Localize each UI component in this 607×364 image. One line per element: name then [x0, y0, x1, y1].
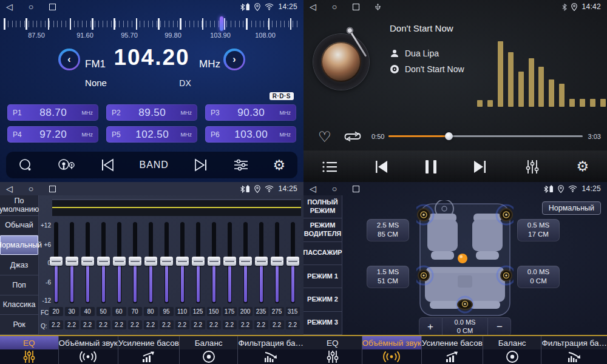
q-value[interactable]: 2.2	[270, 320, 284, 329]
progress-bar[interactable]	[388, 135, 583, 137]
mode-3[interactable]: РЕЖИМ 1	[304, 265, 342, 288]
radio-preset-P2[interactable]: P2 89.50 MHz	[106, 104, 197, 121]
q-value[interactable]: 2.2	[97, 320, 110, 329]
home-icon[interactable]: ○	[332, 184, 337, 194]
eq-preset-1[interactable]: Обычай	[0, 216, 38, 236]
scan-icon[interactable]	[18, 158, 33, 172]
slider-handle[interactable]	[144, 257, 157, 266]
eq-band-slider-3[interactable]	[96, 222, 110, 303]
progress-thumb[interactable]	[445, 132, 453, 140]
radio-preset-P5[interactable]: P5 102.50 MHz	[106, 126, 197, 143]
eq-band-slider-10[interactable]	[206, 222, 221, 303]
mode-5[interactable]: РЕЖИМ 3	[304, 312, 342, 335]
eq-band-slider-1[interactable]	[64, 222, 79, 303]
fc-value[interactable]: 235	[254, 307, 268, 316]
radio-preset-P3[interactable]: P3 90.30 MHz	[205, 104, 296, 121]
q-value[interactable]: 2.2	[286, 320, 300, 329]
eq-band-slider-5[interactable]	[127, 222, 142, 303]
back-icon[interactable]: ◁	[6, 2, 13, 12]
radio-preset-P6[interactable]: P6 103.00 MHz	[205, 126, 296, 143]
slider-handle[interactable]	[113, 257, 126, 266]
q-value[interactable]: 2.2	[81, 320, 95, 329]
eq-preset-5[interactable]: Классика	[0, 295, 38, 315]
q-value[interactable]: 2.2	[144, 320, 158, 329]
fc-value[interactable]: 50	[97, 307, 110, 316]
eq-band-slider-14[interactable]	[270, 222, 284, 303]
next-track-icon[interactable]	[472, 160, 488, 174]
slider-handle[interactable]	[287, 257, 299, 266]
fc-value[interactable]: 30	[65, 307, 79, 316]
seek-up-button[interactable]: ›	[223, 49, 245, 70]
pause-icon[interactable]	[426, 160, 436, 174]
q-value[interactable]: 2.2	[65, 320, 79, 329]
q-value[interactable]: 2.2	[223, 320, 237, 329]
slider-handle[interactable]	[129, 257, 141, 266]
decrease-delay-button[interactable]: −	[488, 317, 511, 336]
slider-handle[interactable]	[271, 257, 283, 266]
slider-handle[interactable]	[176, 257, 189, 266]
fc-value[interactable]: 110	[175, 307, 189, 316]
eq-preset-2[interactable]: Нормальный	[0, 235, 38, 255]
eq-preset-0[interactable]: По умолчанию	[0, 195, 38, 216]
audio-settings-icon[interactable]	[233, 158, 249, 172]
band-button[interactable]: BAND	[139, 160, 168, 170]
slider-handle[interactable]	[81, 257, 94, 266]
audio-tab-4[interactable]: Фильтрация ба…	[237, 336, 304, 364]
fc-value[interactable]: 150	[207, 307, 221, 316]
fc-value[interactable]: 80	[144, 307, 158, 316]
slider-handle[interactable]	[50, 257, 63, 266]
home-icon[interactable]: ○	[29, 2, 33, 12]
eq-band-slider-9[interactable]	[191, 222, 205, 303]
audio-tab-4[interactable]: Фильтрация ба…	[541, 336, 607, 364]
eq-preset-6[interactable]: Рок	[0, 315, 38, 335]
next-preset-icon[interactable]	[193, 158, 209, 172]
audio-tab-0[interactable]: EQ	[0, 336, 58, 364]
settings-gear-icon[interactable]: ⚙	[577, 160, 589, 174]
q-value[interactable]: 2.2	[49, 320, 63, 329]
fc-value[interactable]: 70	[128, 307, 142, 316]
q-value[interactable]: 2.2	[160, 320, 174, 329]
mode-4[interactable]: РЕЖИМ 2	[304, 288, 342, 311]
audio-tab-3[interactable]: Баланс	[179, 336, 238, 364]
eq-band-slider-12[interactable]	[238, 222, 253, 303]
eq-preset-3[interactable]: Джаз	[0, 255, 38, 275]
mode-2[interactable]: ПАССАЖИР	[304, 242, 342, 265]
rear-right-delay-button[interactable]: 0.0 MS 0 CM	[517, 266, 560, 288]
recents-icon[interactable]	[353, 4, 359, 10]
eq-band-slider-4[interactable]	[112, 222, 126, 303]
q-value[interactable]: 2.2	[239, 320, 253, 329]
eq-band-slider-6[interactable]	[143, 222, 158, 303]
pty-broadcast-icon[interactable]	[57, 158, 75, 172]
back-icon[interactable]: ◁	[310, 184, 316, 194]
back-icon[interactable]: ◁	[6, 184, 13, 194]
q-value[interactable]: 2.2	[191, 320, 205, 329]
previous-track-icon[interactable]	[373, 160, 389, 174]
q-value[interactable]: 2.2	[128, 320, 142, 329]
back-icon[interactable]: ◁	[310, 2, 316, 12]
eq-preset-4[interactable]: Поп	[0, 275, 38, 295]
front-left-delay-button[interactable]: 2.5 MS 85 CM	[367, 219, 409, 241]
fc-value[interactable]: 40	[81, 307, 95, 316]
eq-band-slider-8[interactable]	[175, 222, 189, 303]
favorite-icon[interactable]: ♡	[318, 129, 331, 146]
front-right-delay-button[interactable]: 0.5 MS 17 CM	[517, 219, 560, 241]
audio-tab-2[interactable]: Усиление басов	[421, 336, 483, 364]
audio-tab-3[interactable]: Баланс	[483, 336, 541, 364]
slider-handle[interactable]	[208, 257, 220, 266]
audio-tab-0[interactable]: EQ	[304, 336, 362, 364]
audio-tab-1[interactable]: Объёмный звук	[362, 336, 421, 364]
car-cabin-diagram[interactable]	[416, 200, 514, 319]
fc-value[interactable]: 60	[112, 307, 126, 316]
eq-band-slider-11[interactable]	[222, 222, 237, 303]
mode-1[interactable]: РЕЖИМ ВОДИТЕЛЯ	[304, 218, 342, 241]
frequency-ruler[interactable]	[4, 16, 300, 31]
eq-sliders-icon[interactable]	[524, 159, 540, 175]
recents-icon[interactable]	[353, 186, 359, 192]
rear-left-delay-button[interactable]: 1.5 MS 51 CM	[367, 266, 409, 288]
audio-tab-1[interactable]: Объёмный звук	[58, 336, 118, 364]
slider-handle[interactable]	[66, 257, 78, 266]
slider-handle[interactable]	[223, 257, 236, 266]
recents-icon[interactable]	[49, 186, 56, 192]
home-icon[interactable]: ○	[332, 2, 337, 12]
delay-profile-button[interactable]: Нормальный	[542, 201, 601, 215]
